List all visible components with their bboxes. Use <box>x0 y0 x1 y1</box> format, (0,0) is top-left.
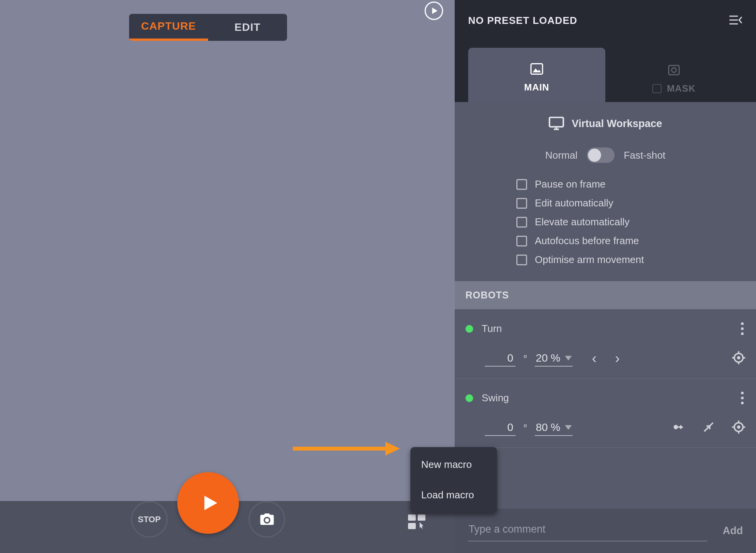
annotation-arrow <box>293 441 401 456</box>
tab-mask[interactable]: MASK <box>605 48 743 109</box>
tab-edit[interactable]: EDIT <box>208 14 287 41</box>
tab-main-label: MAIN <box>524 82 549 93</box>
tab-mask-label: MASK <box>667 83 696 94</box>
preset-title: NO PRESET LOADED <box>468 15 577 27</box>
mode-tabs: CAPTURE EDIT <box>129 14 287 41</box>
svg-point-16 <box>737 356 741 360</box>
preview-pane: CAPTURE EDIT STOP New macro Load ma <box>0 0 455 553</box>
macro-icon <box>408 514 426 530</box>
monitor-icon <box>549 117 564 131</box>
check-edit-automatically[interactable] <box>516 198 527 209</box>
status-dot <box>465 325 473 333</box>
check-label: Optimise arm movement <box>535 254 644 266</box>
image-icon <box>530 62 544 76</box>
robot-menu-button[interactable] <box>739 319 745 338</box>
check-label: Autofocus before frame <box>535 235 639 247</box>
fastshot-toggle[interactable] <box>587 147 615 163</box>
panel-body: Virtual Workspace Normal Fast-shot Pause… <box>455 102 756 509</box>
virtual-workspace-label: Virtual Workspace <box>572 118 662 130</box>
check-autofocus-before-frame[interactable] <box>516 236 527 246</box>
angle-unit: ° <box>523 353 527 365</box>
camera-icon <box>259 511 275 528</box>
svg-rect-10 <box>669 65 679 75</box>
speed-value: 20 % <box>536 352 560 364</box>
play-outline-button[interactable] <box>425 2 443 20</box>
macro-button[interactable] <box>408 514 426 530</box>
play-icon <box>200 491 220 514</box>
camera-button[interactable] <box>249 501 285 538</box>
svg-rect-8 <box>531 64 543 74</box>
svg-marker-4 <box>385 442 400 456</box>
chevron-down-icon <box>565 356 572 360</box>
comment-bar: Add <box>455 509 756 553</box>
speed-value: 80 % <box>536 421 560 434</box>
center-target-button[interactable] <box>732 421 745 435</box>
toggle-label-fastshot: Fast-shot <box>624 149 665 161</box>
section-robots: ROBOTS <box>455 281 756 309</box>
mask-icon <box>667 63 681 77</box>
svg-point-23 <box>737 426 741 429</box>
angle-input[interactable] <box>485 350 516 367</box>
stop-button[interactable]: STOP <box>131 501 168 538</box>
check-elevate-automatically[interactable] <box>516 217 527 228</box>
prev-button[interactable]: ‹ <box>592 350 596 367</box>
angle-unit: ° <box>523 422 527 434</box>
check-pause-on-frame[interactable] <box>516 179 527 190</box>
speed-dropdown[interactable]: 20 % <box>535 350 573 367</box>
speed-dropdown[interactable]: 80 % <box>535 420 573 436</box>
virtual-workspace-row[interactable]: Virtual Workspace <box>470 117 741 131</box>
tab-capture[interactable]: CAPTURE <box>129 14 208 41</box>
svg-rect-0 <box>408 514 416 521</box>
collapse-panel-icon[interactable] <box>729 15 743 25</box>
panel-header: NO PRESET LOADED MAIN <box>455 0 756 102</box>
tab-main[interactable]: MAIN <box>468 48 605 109</box>
robot-name: Turn <box>482 323 731 335</box>
menu-item-new-macro[interactable]: New macro <box>410 449 497 480</box>
play-icon <box>430 7 439 15</box>
robot-name: Swing <box>482 392 731 404</box>
settings-panel: NO PRESET LOADED MAIN <box>455 0 756 553</box>
mask-checkbox[interactable] <box>652 84 662 93</box>
angle-input[interactable] <box>485 420 516 436</box>
svg-rect-1 <box>418 514 425 521</box>
macro-menu: New macro Load macro <box>410 447 497 513</box>
center-target-button[interactable] <box>732 351 745 366</box>
check-label: Pause on frame <box>535 178 606 190</box>
check-label: Edit automatically <box>535 197 613 209</box>
svg-point-21 <box>674 425 678 429</box>
check-label: Elevate automatically <box>535 216 630 228</box>
comment-input[interactable] <box>468 520 707 541</box>
robot-item-turn: Turn ° 20 % ‹ › <box>455 309 756 379</box>
svg-rect-12 <box>549 117 563 127</box>
toggle-label-normal: Normal <box>545 149 578 161</box>
chevron-down-icon <box>565 425 572 430</box>
menu-item-load-macro[interactable]: Load macro <box>410 480 497 510</box>
add-comment-button[interactable]: Add <box>723 525 743 537</box>
svg-marker-9 <box>533 69 541 73</box>
next-button[interactable]: › <box>615 350 620 367</box>
big-play-button[interactable] <box>177 472 239 534</box>
svg-point-11 <box>672 68 676 72</box>
svg-rect-2 <box>408 523 416 529</box>
link-button[interactable] <box>672 421 685 435</box>
status-dot <box>465 394 473 402</box>
robot-menu-button[interactable] <box>739 389 745 407</box>
robot-item-swing: Swing ° 80 % <box>455 379 756 448</box>
check-optimise-arm-movement[interactable] <box>516 255 527 265</box>
expand-button[interactable] <box>702 421 715 435</box>
